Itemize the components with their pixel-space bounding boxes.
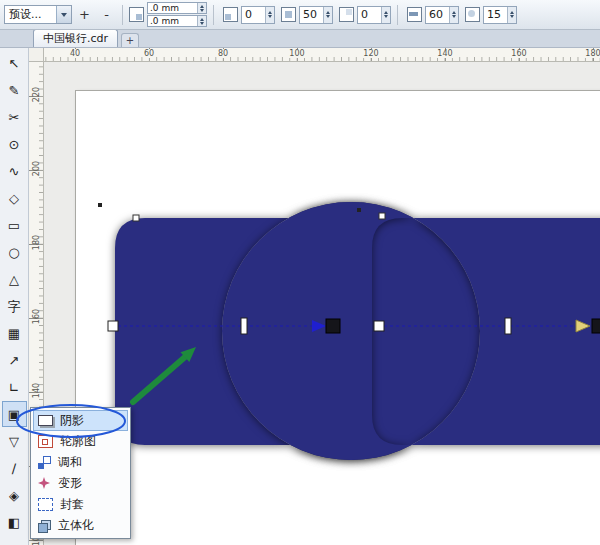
ruler-label: 140 bbox=[32, 381, 41, 401]
zoom-tool[interactable]: ⊙ bbox=[2, 131, 27, 157]
shadow-offset-y-field[interactable]: .0 mm bbox=[147, 15, 207, 27]
rectangle-tool[interactable]: ▭ bbox=[2, 212, 27, 238]
document-tab-title: 中国银行.cdr bbox=[43, 31, 108, 46]
shadow-feather-icon bbox=[465, 7, 480, 22]
freehand-tool-icon: ∿ bbox=[9, 165, 20, 178]
spinner-arrows-icon[interactable] bbox=[449, 7, 458, 23]
crop-tool-icon: ✂ bbox=[9, 111, 20, 124]
shadow-opacity-icon bbox=[407, 7, 422, 22]
shadow-feather-field[interactable]: 15 bbox=[483, 6, 517, 24]
connector-tool-icon: ∟ bbox=[9, 381, 20, 394]
ruler-label: 140 bbox=[436, 49, 453, 58]
shadow-angle-field[interactable]: 0 bbox=[241, 6, 275, 24]
extrude-icon bbox=[38, 519, 51, 532]
text-tool[interactable]: 字 bbox=[2, 293, 27, 319]
distort-icon bbox=[38, 477, 50, 489]
shadow-fade-value: 0 bbox=[358, 7, 381, 23]
shadow-fade-group: 0 bbox=[339, 6, 391, 24]
transparency-tool-icon: ▽ bbox=[9, 435, 19, 448]
coreldraw-window: 预设... + - .0 mm .0 mm 0 bbox=[0, 0, 600, 545]
shadow-stretch-field[interactable]: 50 bbox=[299, 6, 333, 24]
shadow-stretch-icon bbox=[281, 7, 296, 22]
chevron-down-icon[interactable] bbox=[56, 6, 71, 23]
table-tool[interactable]: ▦ bbox=[2, 320, 27, 346]
shadow-opacity-field[interactable]: 60 bbox=[425, 6, 459, 24]
flyout-item-shadow[interactable]: 阴影 bbox=[33, 410, 128, 431]
shadow-opacity-value: 60 bbox=[426, 7, 449, 23]
flyout-item-label: 变形 bbox=[58, 475, 82, 492]
ruler-label: 200 bbox=[32, 159, 41, 179]
shadow-fade-field[interactable]: 0 bbox=[357, 6, 391, 24]
add-preset-button[interactable]: + bbox=[75, 5, 94, 24]
shape-tool[interactable]: ✎ bbox=[2, 77, 27, 103]
fill-tool-icon: ◧ bbox=[8, 516, 20, 529]
flyout-item-extrude[interactable]: 立体化 bbox=[33, 515, 128, 536]
polygon-tool[interactable]: △ bbox=[2, 266, 27, 292]
document-tab[interactable]: 中国银行.cdr bbox=[33, 29, 118, 47]
flyout-item-distort[interactable]: 变形 bbox=[33, 473, 128, 494]
spinner-arrows-icon[interactable] bbox=[197, 3, 206, 13]
drop-shadow-icon bbox=[38, 415, 53, 426]
pick-tool[interactable]: ↖ bbox=[2, 50, 27, 76]
shadow-feather-group: 15 bbox=[465, 6, 517, 24]
shadow-stretch-group: 50 bbox=[281, 6, 333, 24]
separator bbox=[213, 5, 214, 25]
shadow-offset-x-value: .0 mm bbox=[150, 3, 179, 13]
toolbox: ↖ ✎ ✂ ⊙ ∿ ◇ ▭ ○ △ 字 ▦ ↗ ∟ ▣ ▽ ∕ ◈ ◧ bbox=[0, 48, 29, 545]
connector-tool[interactable]: ∟ bbox=[2, 374, 27, 400]
outline-tool[interactable]: ◈ bbox=[2, 482, 27, 508]
document-page[interactable] bbox=[75, 90, 600, 545]
spinner-arrows-icon[interactable] bbox=[323, 7, 332, 23]
new-document-tab-button[interactable]: + bbox=[121, 33, 139, 47]
dimension-tool[interactable]: ↗ bbox=[2, 347, 27, 373]
blend-icon bbox=[38, 456, 51, 469]
smart-drawing-tool[interactable]: ◇ bbox=[2, 185, 27, 211]
flyout-item-label: 封套 bbox=[60, 496, 84, 513]
spinner-arrows-icon[interactable] bbox=[381, 7, 390, 23]
polygon-tool-icon: △ bbox=[9, 273, 19, 286]
ruler-label: 220 bbox=[32, 85, 41, 105]
transparency-tool[interactable]: ▽ bbox=[2, 428, 27, 454]
shadow-angle-icon bbox=[223, 7, 238, 22]
outline-tool-icon: ◈ bbox=[9, 489, 19, 502]
preset-dropdown[interactable]: 预设... bbox=[4, 5, 72, 24]
spinner-arrows-icon[interactable] bbox=[265, 7, 274, 23]
zoom-tool-icon: ⊙ bbox=[9, 138, 20, 151]
flyout-item-blend[interactable]: 调和 bbox=[33, 452, 128, 473]
ruler-label: 160 bbox=[32, 307, 41, 327]
freehand-tool[interactable]: ∿ bbox=[2, 158, 27, 184]
shape-tool-icon: ✎ bbox=[9, 84, 20, 97]
flyout-item-label: 立体化 bbox=[58, 517, 94, 534]
flyout-item-envelope[interactable]: 封套 bbox=[33, 494, 128, 515]
crop-tool[interactable]: ✂ bbox=[2, 104, 27, 130]
envelope-icon bbox=[38, 498, 53, 511]
horizontal-ruler[interactable]: 40 60 80 100 120 140 160 180 bbox=[44, 48, 600, 62]
ruler-label: 180 bbox=[584, 49, 600, 58]
shadow-fade-icon bbox=[339, 7, 354, 22]
pick-tool-icon: ↖ bbox=[9, 57, 20, 70]
effects-flyout-menu: 阴影 轮廓图 调和 变形 封套 立体化 bbox=[30, 407, 131, 539]
delete-preset-button[interactable]: - bbox=[97, 5, 116, 24]
ruler-label: 120 bbox=[362, 49, 379, 58]
preset-dropdown-value: 预设... bbox=[9, 7, 42, 22]
eyedropper-tool[interactable]: ∕ bbox=[2, 455, 27, 481]
rectangle-tool-icon: ▭ bbox=[8, 219, 20, 232]
shadow-offset-x-field[interactable]: .0 mm bbox=[147, 2, 207, 14]
ruler-label: 160 bbox=[510, 49, 527, 58]
separator bbox=[122, 5, 123, 25]
spinner-arrows-icon[interactable] bbox=[197, 16, 206, 26]
ruler-label: 180 bbox=[32, 233, 41, 253]
ellipse-tool[interactable]: ○ bbox=[2, 239, 27, 265]
fill-tool[interactable]: ◧ bbox=[2, 509, 27, 535]
flyout-item-label: 阴影 bbox=[60, 412, 84, 429]
flyout-item-contour[interactable]: 轮廓图 bbox=[33, 431, 128, 452]
document-tab-bar: 中国银行.cdr + bbox=[0, 30, 600, 48]
flyout-item-label: 调和 bbox=[58, 454, 82, 471]
shadow-offset-y-value: .0 mm bbox=[150, 16, 179, 26]
ruler-label: 40 bbox=[69, 49, 81, 58]
shadow-angle-group: 0 bbox=[223, 6, 275, 24]
interactive-effects-tool[interactable]: ▣ bbox=[2, 401, 27, 427]
spinner-arrows-icon[interactable] bbox=[507, 7, 516, 23]
ruler-label: 60 bbox=[143, 49, 155, 58]
ruler-label: 80 bbox=[217, 49, 229, 58]
